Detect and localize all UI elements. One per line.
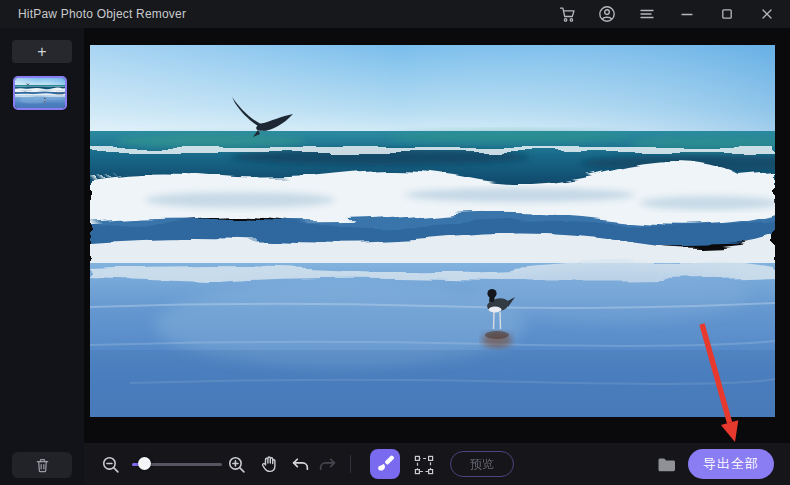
cart-icon[interactable] <box>558 5 576 23</box>
undo-button[interactable] <box>290 454 310 474</box>
open-folder-button[interactable] <box>656 455 678 473</box>
folder-icon <box>657 456 677 473</box>
marquee-select-button[interactable] <box>412 453 436 477</box>
export-all-label: 导出全部 <box>703 455 759 473</box>
trash-icon <box>34 457 51 474</box>
account-icon[interactable] <box>598 5 616 23</box>
titlebar-controls <box>558 5 776 23</box>
preview-button[interactable]: 预览 <box>450 451 514 477</box>
undo-icon <box>291 455 310 474</box>
menu-icon[interactable] <box>638 5 656 23</box>
brush-icon <box>372 451 398 477</box>
photo-canvas[interactable] <box>90 45 775 417</box>
zoom-out-icon <box>101 455 120 474</box>
redo-icon <box>318 455 337 474</box>
add-image-button[interactable]: + <box>12 40 72 63</box>
close-icon[interactable] <box>758 5 776 23</box>
minimize-icon[interactable] <box>678 5 696 23</box>
zoom-in-icon <box>227 455 246 474</box>
sidebar: + <box>0 28 84 485</box>
marquee-icon <box>413 454 435 476</box>
bottom-toolbar: 预览 导出全部 <box>84 443 790 485</box>
hand-icon <box>259 454 279 474</box>
zoom-slider[interactable] <box>132 456 222 472</box>
plus-icon: + <box>37 41 46 62</box>
image-thumbnail-selected[interactable] <box>13 76 67 110</box>
pan-hand-button[interactable] <box>258 453 280 475</box>
toolbar-divider <box>350 455 351 473</box>
zoom-in-button[interactable] <box>226 454 246 474</box>
preview-label: 预览 <box>470 456 494 473</box>
titlebar: HitPaw Photo Object Remover <box>0 0 790 28</box>
zoom-out-button[interactable] <box>100 454 120 474</box>
maximize-icon[interactable] <box>718 5 736 23</box>
editor-area: 预览 导出全部 <box>84 28 790 485</box>
redo-button[interactable] <box>317 454 337 474</box>
delete-image-button[interactable] <box>12 452 72 478</box>
beach-photo-scene <box>90 45 775 417</box>
window-title: HitPaw Photo Object Remover <box>18 7 186 21</box>
zoom-slider-knob[interactable] <box>138 457 151 470</box>
brush-tool-button-active[interactable] <box>370 449 400 479</box>
export-all-button[interactable]: 导出全部 <box>688 449 774 479</box>
thumbnail-preview <box>15 78 65 108</box>
